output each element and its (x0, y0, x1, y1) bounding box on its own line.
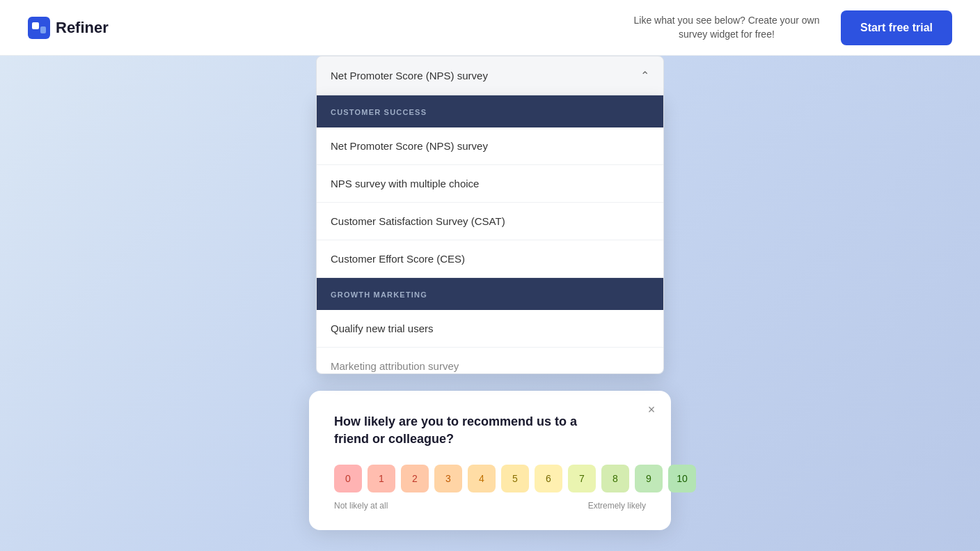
dropdown-item-csat[interactable]: Customer Satisfaction Survey (CSAT) (317, 203, 663, 240)
dropdown-container: Net Promoter Score (NPS) survey ⌃ CUSTOM… (316, 56, 664, 374)
start-trial-button[interactable]: Start free trial (841, 10, 952, 45)
logo: Refiner (28, 17, 109, 39)
nps-button-2[interactable]: 2 (401, 465, 429, 492)
dropdown-item-ces[interactable]: Customer Effort Score (CES) (317, 240, 663, 278)
nps-close-button[interactable]: × (643, 402, 660, 419)
nps-button-0[interactable]: 0 (334, 465, 362, 492)
logo-text: Refiner (56, 19, 109, 37)
nps-label-left: Not likely at all (334, 501, 388, 511)
dropdown-item-nps-multiple[interactable]: NPS survey with multiple choice (317, 165, 663, 203)
dropdown-item-nps[interactable]: Net Promoter Score (NPS) survey (317, 127, 663, 165)
nps-button-3[interactable]: 3 (434, 465, 462, 492)
nps-button-6[interactable]: 6 (535, 465, 562, 492)
header: Refiner Like what you see below? Create … (0, 0, 980, 56)
chevron-up-icon: ⌃ (640, 69, 649, 82)
svg-rect-1 (32, 22, 39, 29)
dropdown-item-marketing-attribution[interactable]: Marketing attribution survey (317, 348, 663, 374)
dropdown-item-qualify-trial[interactable]: Qualify new trial users (317, 310, 663, 348)
nps-button-9[interactable]: 9 (635, 465, 663, 492)
header-tagline: Like what you see below? Create your own… (629, 14, 824, 41)
nps-button-8[interactable]: 8 (601, 465, 629, 492)
main-content: Net Promoter Score (NPS) survey ⌃ CUSTOM… (0, 56, 980, 551)
dropdown-trigger[interactable]: Net Promoter Score (NPS) survey ⌃ (316, 56, 664, 95)
nps-button-10[interactable]: 10 (668, 465, 696, 492)
dropdown-category-customer-success: CUSTOMER SUCCESS (317, 95, 663, 127)
svg-rect-2 (40, 26, 46, 33)
nps-question: How likely are you to recommend us to a … (334, 413, 612, 448)
dropdown-menu: CUSTOMER SUCCESS Net Promoter Score (NPS… (316, 95, 664, 374)
dropdown-category-label-growth: GROWTH MARKETING (331, 290, 427, 299)
nps-button-7[interactable]: 7 (568, 465, 596, 492)
nps-button-4[interactable]: 4 (468, 465, 496, 492)
nps-labels: Not likely at all Extremely likely (334, 501, 646, 511)
nps-button-5[interactable]: 5 (501, 465, 529, 492)
nps-button-1[interactable]: 1 (368, 465, 395, 492)
nps-widget: × How likely are you to recommend us to … (309, 391, 671, 530)
logo-icon (28, 17, 50, 39)
dropdown-category-label: CUSTOMER SUCCESS (331, 108, 427, 116)
dropdown-selected-text: Net Promoter Score (NPS) survey (331, 70, 488, 82)
nps-label-right: Extremely likely (588, 501, 646, 511)
nps-scale: 0 1 2 3 4 5 6 7 8 9 10 (334, 465, 646, 492)
header-right: Like what you see below? Create your own… (629, 10, 952, 45)
dropdown-category-growth-marketing: GROWTH MARKETING (317, 278, 663, 310)
